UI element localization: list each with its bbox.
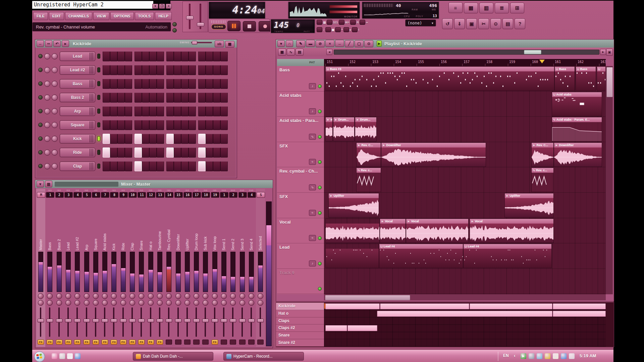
mixer-strip-select-hat-o[interactable]: 12 bbox=[147, 192, 155, 198]
picker-row-kick-ride[interactable]: Kick/ride bbox=[276, 303, 324, 310]
clip-source-button[interactable]: ▦ bbox=[278, 49, 286, 56]
step-cell[interactable] bbox=[117, 79, 125, 89]
fader-handle[interactable] bbox=[148, 319, 154, 322]
clip-vocal[interactable]: ► Vocal bbox=[380, 219, 406, 243]
mixer-strip-select-lead-2[interactable]: 4 bbox=[73, 192, 82, 198]
clip-downlifter[interactable]: ► Downlifter bbox=[381, 142, 486, 167]
mixer-menu-button[interactable]: ▾ bbox=[37, 181, 44, 187]
fx-enable-button[interactable]: FX bbox=[120, 340, 126, 345]
track-mode-tabs[interactable]: PAT bbox=[277, 59, 324, 66]
step-cell[interactable] bbox=[135, 147, 142, 158]
channel-mute-led[interactable] bbox=[97, 54, 100, 59]
typing-keyboard-icon[interactable]: ▤ bbox=[317, 19, 326, 25]
channel-activity-led[interactable] bbox=[38, 68, 43, 72]
strip-knob[interactable] bbox=[230, 300, 236, 306]
stop-button[interactable] bbox=[243, 21, 256, 32]
step-cell[interactable] bbox=[110, 120, 117, 130]
taskbar-task-2[interactable]: HyperCam - Record... bbox=[223, 352, 304, 361]
fader-handle[interactable] bbox=[65, 319, 71, 322]
playlist-track-header[interactable]: SFX≈ bbox=[277, 193, 324, 218]
picker-row-snare[interactable]: Snare bbox=[276, 332, 324, 339]
step-cell[interactable] bbox=[198, 51, 206, 61]
step-cell[interactable] bbox=[117, 51, 125, 61]
step-cell[interactable] bbox=[166, 51, 174, 61]
track-enable-led[interactable] bbox=[318, 262, 322, 265]
step-cell[interactable] bbox=[157, 65, 164, 75]
picker-grid[interactable] bbox=[324, 303, 606, 347]
step-cell[interactable] bbox=[117, 134, 125, 144]
step-cell[interactable] bbox=[166, 65, 174, 75]
fader-handle[interactable] bbox=[193, 319, 200, 322]
volume-knob[interactable] bbox=[52, 81, 58, 87]
step-cell[interactable] bbox=[142, 51, 149, 61]
volume-knob[interactable] bbox=[52, 163, 58, 169]
step-cell[interactable] bbox=[213, 134, 220, 144]
channel-button-square[interactable]: Square bbox=[60, 120, 95, 130]
timeline-ruler[interactable]: 151152153154155156157158159160161162163 bbox=[324, 59, 606, 66]
menu-item-options[interactable]: OPTIONS bbox=[110, 12, 134, 20]
mixer-titlebar[interactable]: ▾ ▥ Mixer - Master bbox=[35, 180, 273, 188]
step-cell[interactable] bbox=[157, 79, 164, 89]
volume-knob[interactable] bbox=[52, 53, 58, 59]
horizontal-scroll-thumb[interactable] bbox=[325, 295, 410, 300]
step-cell[interactable] bbox=[149, 161, 157, 171]
strip-knob[interactable] bbox=[221, 300, 227, 306]
mixer-view-button[interactable]: ▥ bbox=[479, 3, 493, 13]
clip-rev-c-[interactable]: ► Rev. C... bbox=[356, 142, 381, 167]
step-cell[interactable] bbox=[110, 79, 117, 89]
maximize-view-button[interactable]: ▣ bbox=[606, 49, 613, 56]
step-cell[interactable] bbox=[135, 120, 142, 130]
channel-button-bass[interactable]: Bass bbox=[60, 79, 95, 88]
step-cell[interactable] bbox=[103, 79, 110, 89]
fader-handle[interactable] bbox=[212, 319, 218, 322]
step-cell[interactable] bbox=[135, 106, 142, 116]
pianoroll-view-button[interactable]: ⊞ bbox=[510, 3, 524, 13]
step-cell[interactable] bbox=[206, 79, 213, 89]
typing-to-piano-icon[interactable]: ▦ bbox=[325, 26, 335, 33]
playlist-track-header[interactable]: Rev. cymbal - Ch...∿ bbox=[277, 167, 324, 193]
strip-knob[interactable] bbox=[221, 293, 227, 299]
fx-enable-button[interactable]: FX bbox=[157, 340, 163, 345]
clip-acid-stabs-param-e-[interactable]: ∿ Acid stabs - Param. E... bbox=[552, 117, 602, 141]
channel-mute-led[interactable] bbox=[97, 109, 100, 114]
mixer-strip-select-square[interactable]: 6 bbox=[92, 192, 100, 198]
strip-knob[interactable] bbox=[194, 293, 199, 299]
step-cell[interactable] bbox=[220, 65, 228, 75]
step-cell[interactable] bbox=[157, 134, 164, 144]
step-cell[interactable] bbox=[181, 79, 189, 89]
step-cell[interactable] bbox=[125, 106, 132, 116]
step-cell[interactable] bbox=[142, 106, 149, 116]
picker-row-claps[interactable]: Claps bbox=[276, 317, 324, 325]
step-cell[interactable] bbox=[220, 120, 228, 130]
strip-knob[interactable] bbox=[129, 293, 135, 299]
strip-knob[interactable] bbox=[203, 300, 208, 306]
step-cell[interactable] bbox=[206, 147, 213, 158]
clip-bass-#3[interactable]: ⊔ Bass #3 bbox=[325, 66, 554, 91]
picker-clip-bar[interactable] bbox=[470, 303, 552, 309]
fader-handle[interactable] bbox=[111, 319, 117, 322]
strip-knob[interactable] bbox=[120, 300, 126, 306]
strip-knob[interactable] bbox=[93, 293, 99, 299]
clip-rev-c-[interactable]: ∿ Rev. c... bbox=[531, 168, 554, 192]
step-cell[interactable] bbox=[189, 93, 196, 103]
notes-button[interactable]: ▤ bbox=[502, 18, 513, 29]
strip-knob[interactable] bbox=[120, 293, 126, 299]
step-cell[interactable] bbox=[142, 79, 149, 89]
fx-enable-button[interactable]: FX bbox=[65, 340, 71, 345]
pan-knob[interactable] bbox=[44, 136, 50, 142]
step-cell[interactable] bbox=[213, 120, 220, 130]
clip-bass[interactable]: ⊔ Bass bbox=[554, 66, 575, 91]
mixer-strip-select-clap[interactable]: 10 bbox=[128, 192, 137, 198]
mixer-strip-select-send-3[interactable]: 3 bbox=[238, 192, 247, 198]
playlist-view-button[interactable]: ≣ bbox=[495, 3, 509, 13]
step-cell[interactable] bbox=[149, 120, 157, 130]
strip-knob[interactable] bbox=[111, 293, 117, 299]
step-cell[interactable] bbox=[181, 106, 189, 116]
fader-handle[interactable] bbox=[47, 319, 53, 322]
step-cell[interactable] bbox=[135, 161, 142, 171]
marker-button[interactable]: ▤ bbox=[296, 49, 304, 56]
tray-chevron-icon[interactable]: ‹ bbox=[514, 353, 516, 358]
step-cell[interactable] bbox=[198, 147, 206, 158]
playlist-track-header[interactable]: Vocal≈ bbox=[277, 218, 324, 244]
track-enable-led[interactable] bbox=[318, 135, 322, 139]
